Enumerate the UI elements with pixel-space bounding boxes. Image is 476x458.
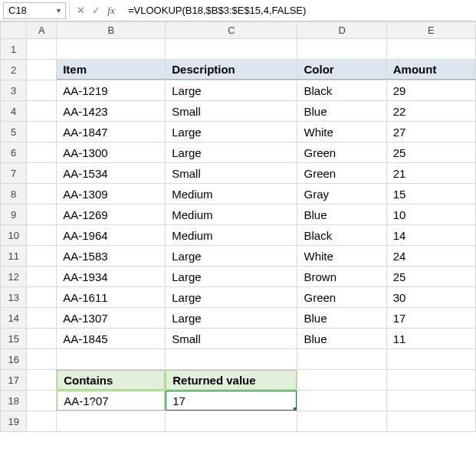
cell[interactable] <box>297 349 386 370</box>
cell[interactable] <box>27 267 57 287</box>
spreadsheet-grid[interactable]: A B C D E 1 2 Item Description Colo <box>0 21 476 432</box>
row-header[interactable]: 9 <box>1 204 27 225</box>
cell[interactable]: 25 <box>386 142 475 163</box>
cell[interactable] <box>297 39 386 60</box>
cancel-icon[interactable]: ✕ <box>74 5 87 16</box>
cell[interactable] <box>27 184 57 204</box>
row-header[interactable]: 14 <box>1 308 27 329</box>
cell[interactable]: Green <box>297 163 386 184</box>
table-header-color[interactable]: Color <box>297 60 386 80</box>
cell[interactable]: 30 <box>386 287 475 308</box>
col-header-A[interactable]: A <box>27 22 57 39</box>
cell[interactable]: AA-1300 <box>57 142 166 163</box>
row-header[interactable]: 16 <box>1 349 27 370</box>
row-header[interactable]: 11 <box>1 246 27 267</box>
cell[interactable]: Blue <box>297 101 386 122</box>
cell[interactable] <box>57 349 166 370</box>
cell[interactable] <box>386 411 475 432</box>
cell[interactable]: Green <box>297 142 386 163</box>
cell[interactable] <box>386 349 475 370</box>
cell[interactable]: Small <box>166 101 297 122</box>
cell[interactable]: AA-1219 <box>57 80 166 101</box>
col-header-B[interactable]: B <box>57 22 166 39</box>
cell[interactable] <box>27 142 57 163</box>
cell[interactable]: Large <box>166 122 297 142</box>
cell[interactable] <box>27 370 57 391</box>
cell[interactable] <box>27 391 57 411</box>
row-header[interactable]: 17 <box>1 370 27 391</box>
table-header-amount[interactable]: Amount <box>386 60 475 80</box>
cell[interactable]: Blue <box>297 329 386 349</box>
cell[interactable]: Large <box>166 80 297 101</box>
cell[interactable]: Gray <box>297 184 386 204</box>
lookup-header-contains[interactable]: Contains <box>57 370 166 391</box>
cell[interactable] <box>386 39 475 60</box>
cell[interactable]: AA-1309 <box>57 184 166 204</box>
cell[interactable] <box>166 349 297 370</box>
confirm-icon[interactable]: ✓ <box>90 5 102 16</box>
cell[interactable]: Black <box>297 80 386 101</box>
table-header-item[interactable]: Item <box>57 60 166 80</box>
cell[interactable]: Large <box>166 287 297 308</box>
cell[interactable] <box>297 370 386 391</box>
row-header[interactable]: 5 <box>1 122 27 142</box>
row-header[interactable]: 3 <box>1 80 27 101</box>
cell[interactable] <box>27 39 57 60</box>
cell[interactable] <box>386 370 475 391</box>
cell[interactable]: 17 <box>386 308 475 329</box>
cell[interactable] <box>27 308 57 329</box>
cell[interactable]: Small <box>166 163 297 184</box>
cell[interactable]: Large <box>166 308 297 329</box>
cell[interactable] <box>27 329 57 349</box>
cell[interactable]: AA-1845 <box>57 329 166 349</box>
row-header[interactable]: 12 <box>1 267 27 287</box>
cell[interactable]: Large <box>166 246 297 267</box>
cell[interactable]: Small <box>166 329 297 349</box>
cell[interactable] <box>27 163 57 184</box>
cell[interactable] <box>166 411 297 432</box>
row-header[interactable]: 18 <box>1 391 27 411</box>
cell[interactable]: 25 <box>386 267 475 287</box>
cell[interactable]: AA-1307 <box>57 308 166 329</box>
cell[interactable]: AA-1534 <box>57 163 166 184</box>
cell[interactable]: Green <box>297 287 386 308</box>
cell[interactable]: 10 <box>386 204 475 225</box>
cell[interactable] <box>27 101 57 122</box>
cell[interactable]: Blue <box>297 204 386 225</box>
cell[interactable]: Black <box>297 225 386 246</box>
cell[interactable] <box>27 225 57 246</box>
cell[interactable]: AA-1269 <box>57 204 166 225</box>
cell[interactable] <box>27 80 57 101</box>
cell[interactable]: 15 <box>386 184 475 204</box>
row-header[interactable]: 10 <box>1 225 27 246</box>
cell[interactable]: Medium <box>166 204 297 225</box>
lookup-header-returned[interactable]: Returned value <box>166 370 297 391</box>
cell[interactable]: AA-1423 <box>57 101 166 122</box>
cell[interactable] <box>166 39 297 60</box>
row-header[interactable]: 7 <box>1 163 27 184</box>
cell[interactable]: AA-1583 <box>57 246 166 267</box>
cell[interactable]: Large <box>166 142 297 163</box>
row-header[interactable]: 4 <box>1 101 27 122</box>
col-header-C[interactable]: C <box>166 22 297 39</box>
cell[interactable] <box>27 60 57 80</box>
cell[interactable] <box>27 349 57 370</box>
cell[interactable]: AA-1964 <box>57 225 166 246</box>
cell[interactable]: 27 <box>386 122 475 142</box>
col-header-E[interactable]: E <box>386 22 475 39</box>
cell[interactable] <box>297 391 386 411</box>
row-header[interactable]: 1 <box>1 39 27 60</box>
cell[interactable]: Large <box>166 267 297 287</box>
cell[interactable]: AA-1934 <box>57 267 166 287</box>
cell[interactable] <box>27 204 57 225</box>
cell[interactable]: 22 <box>386 101 475 122</box>
cell[interactable] <box>386 391 475 411</box>
select-all-corner[interactable] <box>1 22 27 39</box>
cell[interactable] <box>27 411 57 432</box>
lookup-input-cell[interactable]: AA-1?07 <box>57 391 166 411</box>
cell[interactable]: White <box>297 246 386 267</box>
lookup-result-cell[interactable]: 17 <box>166 391 297 411</box>
cell[interactable] <box>297 411 386 432</box>
fx-icon[interactable]: fx <box>105 5 117 17</box>
row-header[interactable]: 13 <box>1 287 27 308</box>
